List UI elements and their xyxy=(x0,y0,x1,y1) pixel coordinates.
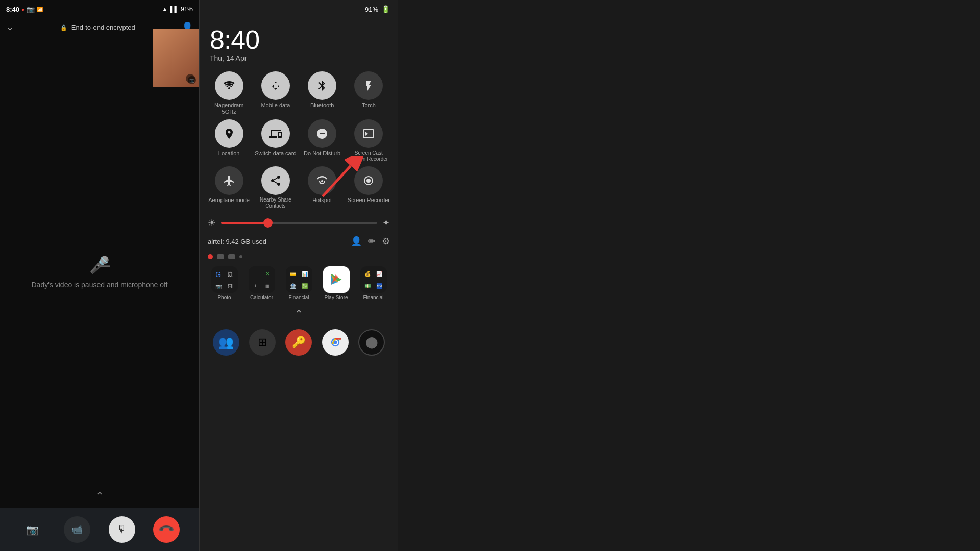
brightness-slider[interactable] xyxy=(221,222,377,224)
dot-video xyxy=(228,254,235,259)
switch-data-icon xyxy=(270,128,282,140)
photo-icon: G 🖼 📷 🎞 xyxy=(211,266,238,293)
video-thumbnail: 📷 xyxy=(153,29,199,87)
edit-icon[interactable]: ✏ xyxy=(368,236,376,247)
swipe-up-icon: ⌃ xyxy=(295,308,303,320)
video-area: 🎤̶ Dady's video is paused and microphone… xyxy=(0,36,199,508)
app-calculator[interactable]: – ✕ + ▦ Calculator xyxy=(245,266,278,300)
app-photo[interactable]: G 🖼 📷 🎞 Photo xyxy=(208,266,241,300)
playstore-icon xyxy=(323,266,350,293)
settings-icon[interactable]: ⚙ xyxy=(382,236,390,247)
app-financial2[interactable]: 💰 📈 💵 🏧 Financial xyxy=(357,266,390,300)
drawer-date: Thu, 14 Apr xyxy=(210,54,388,62)
screencast-label: Screen CastScreen Recorder xyxy=(350,150,388,162)
screen-recorder-label: Screen Recorder xyxy=(348,197,390,204)
dnd-tile-circle xyxy=(308,119,336,148)
status-time-left: 8:40 ● 📷 📶 xyxy=(6,6,43,13)
bluetooth-tile-circle xyxy=(308,71,336,100)
camera-icon: 📷 xyxy=(27,6,35,13)
swipe-up-row[interactable]: ⌃ xyxy=(200,305,398,323)
video-toggle-button[interactable]: 📹 xyxy=(64,516,90,543)
dot-small xyxy=(239,255,242,258)
video-cam-icon: 📷 xyxy=(189,78,194,83)
dock-camera[interactable]: ⬤ xyxy=(358,329,385,356)
record-icon: ● xyxy=(21,7,24,12)
chevron-down-icon[interactable]: ⌄ xyxy=(6,21,14,33)
mic-mute-button[interactable]: 🎙 xyxy=(109,516,135,543)
airplane-label: Aeroplane mode xyxy=(208,197,250,204)
torch-label: Torch xyxy=(362,102,376,109)
brightness-high-icon: ✦ xyxy=(382,217,390,229)
tile-nearby-share[interactable]: Nearby ShareContacts xyxy=(254,166,297,209)
auth-icon: 🔑 xyxy=(292,336,306,349)
tile-torch[interactable]: Torch xyxy=(348,71,390,115)
status-bar-left: 8:40 ● 📷 📶 ▲ ▌▌ 91% xyxy=(0,0,199,18)
financial-label: Financial xyxy=(288,295,309,300)
airplane-icon xyxy=(223,174,235,187)
drawer-battery-pct: 91% xyxy=(365,6,378,13)
tile-dnd[interactable]: Do Not Disturb xyxy=(301,119,344,162)
app-playstore[interactable]: Play Store xyxy=(320,266,353,300)
bluetooth-label: Bluetooth xyxy=(310,102,334,109)
location-tile-circle xyxy=(215,119,243,148)
tile-mobile-data[interactable]: Mobile data xyxy=(254,71,297,115)
nearby-share-label: Nearby ShareContacts xyxy=(260,197,291,209)
drawer-status-bar: 91% 🔋 xyxy=(200,0,398,18)
dock-apps-grid[interactable]: ⊞ xyxy=(249,329,276,356)
mobile-data-label: Mobile data xyxy=(261,102,290,109)
switch-data-tile-circle xyxy=(261,119,290,148)
drawer-time: 8:40 xyxy=(210,24,388,55)
svg-point-1 xyxy=(366,179,371,183)
airplane-tile-circle xyxy=(215,166,243,195)
tile-airplane[interactable]: Aeroplane mode xyxy=(208,166,250,209)
camera-button[interactable]: 📷 xyxy=(19,516,46,543)
nearby-share-icon xyxy=(270,174,282,187)
nearby-share-tile-circle xyxy=(261,166,290,195)
wifi-tile-circle xyxy=(215,71,243,100)
battery-icon: 🔋 xyxy=(381,5,390,13)
hotspot-label: Hotspot xyxy=(312,197,332,204)
quick-tiles-grid: Nagendram 5GHz Mobile data Bluetooth xyxy=(200,66,398,214)
tile-bluetooth[interactable]: Bluetooth xyxy=(301,71,344,115)
dot-image xyxy=(217,254,224,259)
battery-pct-left: 91% xyxy=(181,6,193,13)
app-financial[interactable]: 💳 📊 🏦 💹 Financial xyxy=(282,266,315,300)
bluetooth-icon xyxy=(316,80,328,92)
torch-icon xyxy=(362,80,375,92)
app-grid: G 🖼 📷 🎞 Photo – ✕ + ▦ Calculator 💳 📊 🏦 xyxy=(200,262,398,305)
end-call-button[interactable]: 📞 xyxy=(153,516,180,543)
mic-muted-icon: 🎙 xyxy=(117,523,127,535)
time-left: 8:40 xyxy=(6,6,19,13)
dock-contacts[interactable]: 👥 xyxy=(213,329,239,356)
financial-icon: 💳 📊 🏦 💹 xyxy=(286,266,312,293)
torch-tile-circle xyxy=(354,71,383,100)
swipe-up-handle[interactable]: ⌃ xyxy=(90,487,109,505)
location-icon xyxy=(223,128,235,140)
brightness-row: ☀ ✦ xyxy=(200,214,398,232)
tile-wifi[interactable]: Nagendram 5GHz xyxy=(208,71,250,115)
user-circle-icon[interactable]: 👤 xyxy=(351,236,362,247)
lock-icon: 🔒 xyxy=(60,24,67,31)
signal-icon: ▌▌ xyxy=(170,6,179,13)
mobile-data-tile-circle xyxy=(261,71,290,100)
call-bottom-nav: 📷 📹 🎙 📞 xyxy=(0,508,199,551)
tile-location[interactable]: Location xyxy=(208,119,250,162)
camera-dock-icon: ⬤ xyxy=(365,336,378,349)
switch-data-label: Switch data card xyxy=(255,150,296,157)
mic-off-icon: 🎤̶ xyxy=(89,255,110,274)
dock-auth[interactable]: 🔑 xyxy=(285,329,312,356)
dock-chrome[interactable] xyxy=(322,329,349,356)
financial2-icon: 💰 📈 💵 🏧 xyxy=(360,266,387,293)
tile-screen-recorder[interactable]: Screen Recorder xyxy=(348,166,390,209)
hotspot-icon xyxy=(316,174,328,187)
tile-switch-data[interactable]: Switch data card xyxy=(254,119,297,162)
notification-drawer: 91% 🔋 8:40 Thu, 14 Apr Nagendram 5GHz Mo… xyxy=(199,0,398,551)
mobile-data-icon xyxy=(270,80,282,92)
drawer-info-row: airtel: 9.42 GB used 👤 ✏ ⚙ xyxy=(200,232,398,251)
contacts-icon: 👥 xyxy=(218,335,234,349)
tile-hotspot[interactable]: Hotspot xyxy=(301,166,344,209)
camera-nav-icon: 📷 xyxy=(26,523,39,536)
playstore-label: Play Store xyxy=(324,295,348,300)
tile-screencast[interactable]: Screen CastScreen Recorder xyxy=(348,119,390,162)
screencast-icon xyxy=(362,128,375,140)
